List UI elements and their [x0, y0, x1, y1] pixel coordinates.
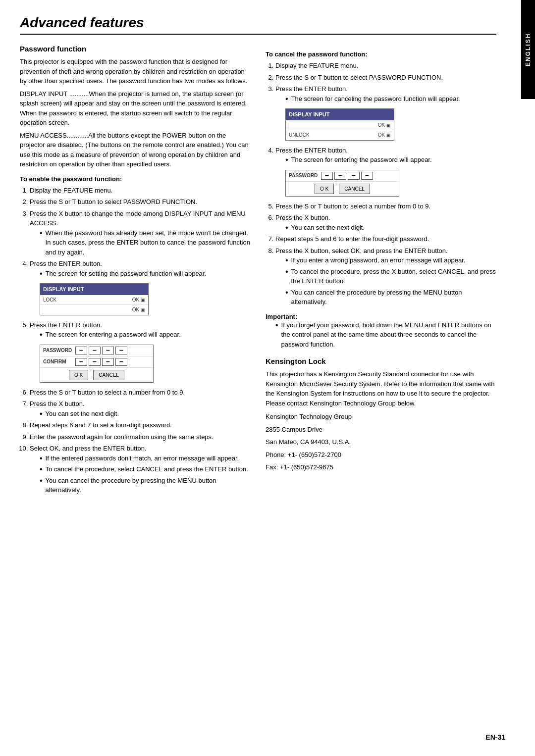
cancel-password-dashes: – – – – [321, 172, 396, 180]
bullet-dot-7: • [40, 476, 43, 495]
screen1-row-1: LOCK OK ▣ [40, 295, 148, 305]
bullet-dot-r6: • [285, 288, 288, 307]
bullet-dot-r2: • [285, 155, 288, 165]
cancel-step3-bullet: • The screen for canceling the password … [285, 94, 496, 104]
bullet-dot-4: • [40, 409, 43, 419]
dash-1: – [75, 347, 87, 354]
important-bullet-text: If you forget your password, hold down t… [281, 320, 496, 350]
screen1-value-2: OK ▣ [132, 306, 145, 314]
password-row-1: PASSWORD – – – – [40, 345, 153, 356]
cancel-screen1-label-2: UNLOCK [289, 131, 378, 139]
bullet-dot: • [40, 228, 43, 257]
enable-step-7: Press the X button. • You can set the ne… [30, 399, 251, 418]
bullet-dot-2: • [40, 269, 43, 279]
step5-bullet-text: The screen for entering a password will … [46, 330, 181, 340]
cancel-step8-bullet-1: • If you enter a wrong password, an erro… [285, 255, 496, 265]
cancel-dash-2: – [334, 172, 346, 180]
kensington-addr-4: Phone: +1- (650)572-2700 [266, 450, 496, 460]
dash-2: – [89, 347, 101, 354]
enable-title: To enable the password function: [20, 175, 251, 183]
cancel-step8-bullet-text-3: You can cancel the procedure by pressing… [291, 288, 496, 307]
cancel-step8-bullet-text-2: To cancel the procedure, press the X but… [291, 267, 496, 286]
cancel-password-buttons: O K CANCEL [286, 182, 399, 196]
cancel-screen-mockup-1: DISPLAY INPUT OK ▣ UNLOCK [285, 108, 394, 141]
enable-steps-list-2: Press the ENTER button. • The screen for… [30, 320, 251, 495]
step10-bullet-text-1: If the entered passwords don't match, an… [46, 454, 239, 463]
language-tab: ENGLISH [521, 0, 535, 99]
password-label-1: PASSWORD [43, 347, 75, 354]
enable-step-5: Press the ENTER button. • The screen for… [30, 320, 251, 383]
screen1-row-2: OK ▣ [40, 305, 148, 315]
cancel-button-right[interactable]: CANCEL [339, 184, 370, 194]
cancel-button-left[interactable]: CANCEL [93, 370, 124, 380]
password-screen-right: PASSWORD – – – – O K CANCEL [285, 170, 399, 197]
cancel-screen1-value-2: OK ▣ [378, 131, 391, 139]
cancel-title: To cancel the password function: [266, 50, 496, 58]
kensington-addr-3: San Mateo, CA 94403, U.S.A. [266, 437, 496, 447]
kensington-addr-2: 2855 Campus Drive [266, 425, 496, 435]
cancel-step4-bullet: • The screen for entering the password w… [285, 155, 496, 165]
kensington-section: Kensington Lock This projector has a Ken… [266, 357, 496, 472]
step7-bullet: • You can set the next digit. [40, 409, 251, 419]
confirm-label: CONFIRM [43, 358, 75, 365]
step3-bullet-text: When the password has already been set, … [46, 228, 251, 257]
step4-bullet-text: The screen for setting the password func… [46, 269, 206, 279]
ok-button-left[interactable]: O K [69, 370, 88, 380]
cancel-password-label: PASSWORD [289, 172, 321, 179]
page-wrapper: ENGLISH Advanced features Password funct… [0, 0, 535, 756]
step5-bullet: • The screen for entering a password wil… [40, 330, 251, 340]
kensington-addr-5: Fax: +1- (650)572-9675 [266, 462, 496, 472]
cancel-step8-bullet-2: • To cancel the procedure, press the X b… [285, 267, 496, 286]
enable-step-1: Display the FEATURE menu. [30, 186, 251, 196]
enable-step-2: Press the S or T button to select PASSWO… [30, 197, 251, 207]
cancel-password-row: PASSWORD – – – – [286, 170, 399, 182]
enable-step-6: Press the S or T button to select a numb… [30, 388, 251, 398]
dash-4: – [115, 347, 127, 354]
cancel-screen1-row-2: UNLOCK OK ▣ [286, 130, 394, 140]
important-bullet: • If you forget your password, hold down… [275, 320, 496, 350]
ok-button-right[interactable]: O K [315, 184, 334, 194]
step10-bullet-1: • If the entered passwords don't match, … [40, 454, 251, 463]
cancel-step8-bullet-3: • You can cancel the procedure by pressi… [285, 288, 496, 307]
step10-bullet-text-3: You can cancel the procedure by pressing… [46, 476, 251, 495]
step10-bullet-text-2: To cancel the procedure, select CANCEL a… [46, 464, 248, 474]
two-column-layout: Password function This projector is equi… [20, 45, 496, 498]
menu-access-desc: MENU ACCESS............All the buttons e… [20, 131, 251, 169]
cancel-steps-list-2: Press the S or T button to select a numb… [275, 202, 496, 307]
cancel-step-1: Display the FEATURE menu. [275, 61, 496, 71]
cancel-dash-1: – [321, 172, 333, 180]
intro-text: This projector is equipped with the pass… [20, 57, 251, 86]
cancel-step-8: Press the X button, select OK, and press… [275, 246, 496, 307]
confirm-dash-1: – [75, 358, 87, 366]
display-input-desc: DISPLAY INPUT ...........When the projec… [20, 89, 251, 128]
bullet-dot-r7: • [275, 320, 278, 350]
kensington-addr-1: Kensington Technology Group [266, 412, 496, 422]
password-function-title: Password function [20, 45, 251, 53]
cancel-step-2: Press the S or T button to select PASSWO… [275, 73, 496, 83]
kensington-title: Kensington Lock [266, 357, 496, 365]
enable-step-8: Repeat steps 6 and 7 to set a four-digit… [30, 420, 251, 430]
bullet-dot-3: • [40, 330, 43, 340]
enable-step-9: Enter the password again for confirmatio… [30, 432, 251, 442]
enable-step-3: Press the X button to change the mode am… [30, 209, 251, 257]
step10-bullet-3: • You can cancel the procedure by pressi… [40, 476, 251, 495]
cancel-screen1-value-1: OK ▣ [378, 121, 391, 129]
step10-bullet-2: • To cancel the procedure, select CANCEL… [40, 464, 251, 474]
step3-bullet: • When the password has already been set… [40, 228, 251, 257]
right-column: To cancel the password function: Display… [266, 45, 496, 498]
important-title: Important: [266, 313, 297, 320]
enable-steps-list: Display the FEATURE menu. Press the S or… [30, 186, 251, 315]
confirm-dashes: – – – – [75, 358, 150, 366]
cancel-step6-bullet: • You can set the next digit. [285, 223, 496, 233]
cancel-screen1-row-1: OK ▣ [286, 120, 394, 131]
kensington-address: Kensington Technology Group 2855 Campus … [266, 412, 496, 472]
confirm-dash-3: – [102, 358, 114, 366]
cancel-step-4: Press the ENTER button. • The screen for… [275, 146, 496, 197]
page-number: EN-31 [485, 733, 505, 741]
cancel-step-5: Press the S or T button to select a numb… [275, 202, 496, 211]
language-tab-text: ENGLISH [525, 33, 532, 66]
bullet-dot-r3: • [285, 223, 288, 233]
left-column: Password function This projector is equi… [20, 45, 251, 498]
dash-3: – [102, 347, 114, 354]
cancel-step-6: Press the X button. • You can set the ne… [275, 213, 496, 232]
